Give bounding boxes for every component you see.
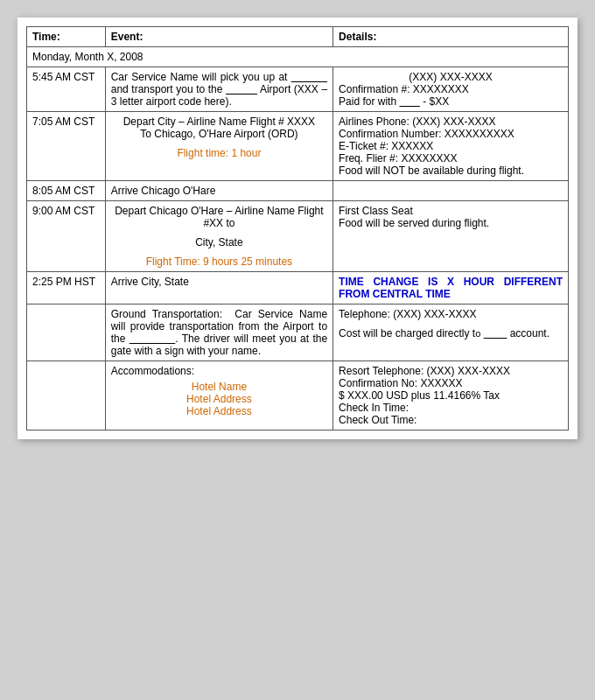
event-cell-5: Arrive City, State xyxy=(105,272,332,304)
details-line: Food will be served during flight. xyxy=(339,217,563,229)
blank-2 xyxy=(226,83,257,95)
time-cell-1: 5:45 AM CST xyxy=(27,67,106,112)
blank-4 xyxy=(130,332,176,345)
table-row: 7:05 AM CST Depart City – Airline Name F… xyxy=(27,112,569,181)
confirmation-no: Confirmation No: XXXXXX xyxy=(339,377,563,389)
time-cell-7 xyxy=(27,361,106,430)
table-row: 2:25 PM HST Arrive City, State TIME CHAN… xyxy=(27,272,569,304)
details-cell-7: Resort Telephone: (XXX) XXX-XXXX Confirm… xyxy=(333,361,569,430)
event-cell-6: Ground Transportation: Car Service Name … xyxy=(105,304,332,361)
event-line: Flight Time: 9 hours 25 minutes xyxy=(111,256,327,268)
spacer xyxy=(111,140,327,147)
spacer xyxy=(339,320,563,327)
table-row: 5:45 AM CST Car Service Name will pick y… xyxy=(27,67,569,112)
resort-phone: Resort Telephone: (XXX) XXX-XXXX xyxy=(339,365,563,377)
time-cell-4: 9:00 AM CST xyxy=(27,201,106,272)
details-line: Freq. Flier #: XXXXXXXX xyxy=(339,152,563,164)
table-header-row: Time: Event: Details: xyxy=(27,27,569,47)
time-cell-5: 2:25 PM HST xyxy=(27,272,106,304)
header-details: Details: xyxy=(333,27,569,47)
details-line: (XXX) XXX-XXXX xyxy=(339,71,563,83)
table-row: Accommodations: Hotel Name Hotel Address… xyxy=(27,361,569,430)
blank-1 xyxy=(291,71,327,83)
header-event: Event: xyxy=(105,27,332,47)
event-cell-2: Depart City – Airline Name Flight # XXXX… xyxy=(105,112,332,181)
details-line: Telephone: (XXX) XXX-XXXX xyxy=(339,308,563,320)
spacer xyxy=(111,229,327,236)
details-line: E-Ticket #: XXXXXX xyxy=(339,140,563,152)
details-cell-1: (XXX) XXX-XXXX Confirmation #: XXXXXXXX … xyxy=(333,67,569,112)
details-line: Confirmation Number: XXXXXXXXXX xyxy=(339,128,563,140)
itinerary-table: Time: Event: Details: Monday, Month X, 2… xyxy=(26,26,569,430)
details-line: Airlines Phone: (XXX) XXX-XXXX xyxy=(339,116,563,128)
details-cell-3 xyxy=(333,181,569,201)
details-cell-4: First Class Seat Food will be served dur… xyxy=(333,201,569,272)
checkout-time: Check Out Time: xyxy=(339,414,563,426)
date-row: Monday, Month X, 2008 xyxy=(27,47,569,67)
table-row: Ground Transportation: Car Service Name … xyxy=(27,304,569,361)
hotel-address-2: Hotel Address xyxy=(111,405,327,417)
details-line: First Class Seat xyxy=(339,205,563,217)
details-cell-2: Airlines Phone: (XXX) XXX-XXXX Confirmat… xyxy=(333,112,569,181)
details-line: Paid for with - $XX xyxy=(339,95,563,108)
time-cell-6 xyxy=(27,304,106,361)
event-cell-1: Car Service Name will pick you up at and… xyxy=(105,67,332,112)
details-line: Cost will be charged directly to account… xyxy=(339,327,563,340)
hotel-name: Hotel Name xyxy=(111,381,327,393)
time-cell-2: 7:05 AM CST xyxy=(27,112,106,181)
page-container: Time: Event: Details: Monday, Month X, 2… xyxy=(18,18,578,439)
hotel-address-1: Hotel Address xyxy=(111,393,327,405)
event-line: City, State xyxy=(111,236,327,248)
event-line: To Chicago, O'Hare Airport (ORD) xyxy=(111,128,327,140)
price-info: $ XXX.00 USD plus 11.4166% Tax xyxy=(339,389,563,402)
date-cell: Monday, Month X, 2008 xyxy=(27,47,569,67)
time-cell-3: 8:05 AM CST xyxy=(27,181,106,201)
blank-5 xyxy=(484,327,508,340)
details-cell-6: Telephone: (XXX) XXX-XXXX Cost will be c… xyxy=(333,304,569,361)
service-label: Name xyxy=(171,71,199,83)
blank-3 xyxy=(399,95,419,108)
table-row: 9:00 AM CST Depart Chicago O'Hare – Airl… xyxy=(27,201,569,272)
spacer xyxy=(111,248,327,256)
event-cell-3: Arrive Chicago O'Hare xyxy=(105,181,332,201)
table-row: 8:05 AM CST Arrive Chicago O'Hare xyxy=(27,181,569,201)
event-line: Depart City – Airline Name Flight # XXXX xyxy=(111,116,327,128)
event-line: Flight time: 1 hour xyxy=(111,147,327,159)
details-line: Food will NOT be available during flight… xyxy=(339,164,563,177)
header-time: Time: xyxy=(27,27,106,47)
accommodations-label: Accommodations: xyxy=(111,365,327,377)
details-cell-5: TIME CHANGE IS X HOUR DIFFERENT FROM CEN… xyxy=(333,272,569,304)
details-line: Confirmation #: XXXXXXXX xyxy=(339,83,563,95)
event-cell-7: Accommodations: Hotel Name Hotel Address… xyxy=(105,361,332,430)
checkin-time: Check In Time: xyxy=(339,402,563,414)
event-cell-4: Depart Chicago O'Hare – Airline Name Fli… xyxy=(105,201,332,272)
event-line: Depart Chicago O'Hare – Airline Name Fli… xyxy=(111,205,327,229)
